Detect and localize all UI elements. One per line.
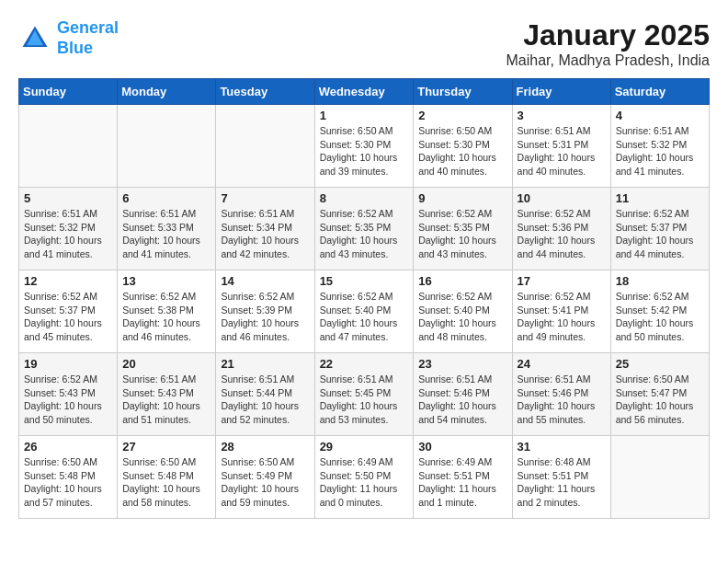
day-number: 26 xyxy=(24,440,112,454)
calendar-cell: 1Sunrise: 6:50 AM Sunset: 5:30 PM Daylig… xyxy=(314,105,414,188)
cell-daylight-text: Sunrise: 6:52 AM Sunset: 5:43 PM Dayligh… xyxy=(24,373,112,427)
cell-daylight-text: Sunrise: 6:52 AM Sunset: 5:38 PM Dayligh… xyxy=(122,290,210,344)
logo-icon xyxy=(18,22,51,55)
calendar-cell: 5Sunrise: 6:51 AM Sunset: 5:32 PM Daylig… xyxy=(19,188,118,270)
cell-daylight-text: Sunrise: 6:52 AM Sunset: 5:42 PM Dayligh… xyxy=(616,290,704,344)
calendar-cell: 8Sunrise: 6:52 AM Sunset: 5:35 PM Daylig… xyxy=(314,188,414,270)
day-number: 30 xyxy=(418,440,506,454)
weekday-header-sunday: Sunday xyxy=(19,79,118,105)
calendar-week-row: 19Sunrise: 6:52 AM Sunset: 5:43 PM Dayli… xyxy=(19,353,710,436)
day-number: 17 xyxy=(518,274,606,288)
calendar-cell: 16Sunrise: 6:52 AM Sunset: 5:40 PM Dayli… xyxy=(414,270,512,353)
day-number: 6 xyxy=(122,191,210,205)
cell-daylight-text: Sunrise: 6:51 AM Sunset: 5:46 PM Dayligh… xyxy=(418,373,506,427)
cell-daylight-text: Sunrise: 6:50 AM Sunset: 5:49 PM Dayligh… xyxy=(221,455,309,510)
day-number: 4 xyxy=(616,109,704,122)
day-number: 15 xyxy=(320,274,409,288)
cell-daylight-text: Sunrise: 6:49 AM Sunset: 5:51 PM Dayligh… xyxy=(418,455,506,510)
calendar-cell: 15Sunrise: 6:52 AM Sunset: 5:40 PM Dayli… xyxy=(314,270,414,353)
month-title: January 2025 xyxy=(506,18,710,52)
logo-line2: Blue xyxy=(57,39,93,57)
calendar-cell xyxy=(19,105,118,188)
weekday-header-row: SundayMondayTuesdayWednesdayThursdayFrid… xyxy=(19,79,710,105)
day-number: 13 xyxy=(122,274,210,288)
weekday-header-saturday: Saturday xyxy=(610,79,709,105)
cell-daylight-text: Sunrise: 6:52 AM Sunset: 5:36 PM Dayligh… xyxy=(518,207,606,261)
day-number: 28 xyxy=(221,440,309,454)
calendar-week-row: 26Sunrise: 6:50 AM Sunset: 5:48 PM Dayli… xyxy=(19,436,710,519)
cell-daylight-text: Sunrise: 6:50 AM Sunset: 5:48 PM Dayligh… xyxy=(122,455,210,510)
day-number: 16 xyxy=(418,274,506,288)
day-number: 14 xyxy=(221,274,309,288)
day-number: 24 xyxy=(518,357,606,371)
calendar-cell: 2Sunrise: 6:50 AM Sunset: 5:30 PM Daylig… xyxy=(414,105,512,188)
calendar-cell: 21Sunrise: 6:51 AM Sunset: 5:44 PM Dayli… xyxy=(216,353,314,436)
calendar-cell: 3Sunrise: 6:51 AM Sunset: 5:31 PM Daylig… xyxy=(512,105,610,188)
day-number: 22 xyxy=(320,357,409,371)
day-number: 29 xyxy=(320,440,409,454)
cell-daylight-text: Sunrise: 6:51 AM Sunset: 5:44 PM Dayligh… xyxy=(221,373,309,427)
cell-daylight-text: Sunrise: 6:52 AM Sunset: 5:40 PM Dayligh… xyxy=(418,290,506,344)
day-number: 19 xyxy=(24,357,112,371)
cell-daylight-text: Sunrise: 6:52 AM Sunset: 5:35 PM Dayligh… xyxy=(320,207,409,261)
day-number: 21 xyxy=(221,357,309,371)
calendar-cell: 14Sunrise: 6:52 AM Sunset: 5:39 PM Dayli… xyxy=(216,270,314,353)
cell-daylight-text: Sunrise: 6:51 AM Sunset: 5:32 PM Dayligh… xyxy=(24,207,112,261)
calendar-cell: 30Sunrise: 6:49 AM Sunset: 5:51 PM Dayli… xyxy=(414,436,512,519)
calendar-cell: 6Sunrise: 6:51 AM Sunset: 5:33 PM Daylig… xyxy=(118,188,216,270)
day-number: 2 xyxy=(418,109,506,122)
logo: General Blue xyxy=(18,18,119,58)
day-number: 8 xyxy=(320,191,409,205)
cell-daylight-text: Sunrise: 6:52 AM Sunset: 5:39 PM Dayligh… xyxy=(221,290,309,344)
calendar-cell: 28Sunrise: 6:50 AM Sunset: 5:49 PM Dayli… xyxy=(216,436,314,519)
cell-daylight-text: Sunrise: 6:52 AM Sunset: 5:37 PM Dayligh… xyxy=(24,290,112,344)
cell-daylight-text: Sunrise: 6:52 AM Sunset: 5:37 PM Dayligh… xyxy=(616,207,704,261)
day-number: 7 xyxy=(221,191,309,205)
day-number: 27 xyxy=(122,440,210,454)
calendar-cell: 10Sunrise: 6:52 AM Sunset: 5:36 PM Dayli… xyxy=(512,188,610,270)
calendar-cell: 31Sunrise: 6:48 AM Sunset: 5:51 PM Dayli… xyxy=(512,436,610,519)
day-number: 11 xyxy=(616,191,704,205)
cell-daylight-text: Sunrise: 6:51 AM Sunset: 5:43 PM Dayligh… xyxy=(122,373,210,427)
title-area: January 2025 Maihar, Madhya Pradesh, Ind… xyxy=(506,18,710,69)
day-number: 10 xyxy=(518,191,606,205)
weekday-header-thursday: Thursday xyxy=(414,79,512,105)
day-number: 3 xyxy=(518,109,606,122)
cell-daylight-text: Sunrise: 6:52 AM Sunset: 5:40 PM Dayligh… xyxy=(320,290,409,344)
cell-daylight-text: Sunrise: 6:48 AM Sunset: 5:51 PM Dayligh… xyxy=(518,455,606,510)
cell-daylight-text: Sunrise: 6:51 AM Sunset: 5:45 PM Dayligh… xyxy=(320,373,409,427)
calendar-week-row: 5Sunrise: 6:51 AM Sunset: 5:32 PM Daylig… xyxy=(19,188,710,270)
cell-daylight-text: Sunrise: 6:51 AM Sunset: 5:32 PM Dayligh… xyxy=(616,124,704,178)
cell-daylight-text: Sunrise: 6:51 AM Sunset: 5:34 PM Dayligh… xyxy=(221,207,309,261)
calendar-cell: 11Sunrise: 6:52 AM Sunset: 5:37 PM Dayli… xyxy=(610,188,709,270)
calendar-cell: 29Sunrise: 6:49 AM Sunset: 5:50 PM Dayli… xyxy=(314,436,414,519)
day-number: 18 xyxy=(616,274,704,288)
cell-daylight-text: Sunrise: 6:51 AM Sunset: 5:46 PM Dayligh… xyxy=(518,373,606,427)
cell-daylight-text: Sunrise: 6:50 AM Sunset: 5:30 PM Dayligh… xyxy=(418,124,506,178)
cell-daylight-text: Sunrise: 6:50 AM Sunset: 5:48 PM Dayligh… xyxy=(24,455,112,510)
day-number: 5 xyxy=(24,191,112,205)
cell-daylight-text: Sunrise: 6:51 AM Sunset: 5:33 PM Dayligh… xyxy=(122,207,210,261)
day-number: 20 xyxy=(122,357,210,371)
day-number: 25 xyxy=(616,357,704,371)
weekday-header-tuesday: Tuesday xyxy=(216,79,314,105)
location-title: Maihar, Madhya Pradesh, India xyxy=(506,52,710,69)
calendar-cell: 25Sunrise: 6:50 AM Sunset: 5:47 PM Dayli… xyxy=(610,353,709,436)
calendar-cell: 24Sunrise: 6:51 AM Sunset: 5:46 PM Dayli… xyxy=(512,353,610,436)
calendar-table: SundayMondayTuesdayWednesdayThursdayFrid… xyxy=(18,78,710,519)
cell-daylight-text: Sunrise: 6:49 AM Sunset: 5:50 PM Dayligh… xyxy=(320,455,409,510)
cell-daylight-text: Sunrise: 6:51 AM Sunset: 5:31 PM Dayligh… xyxy=(518,124,606,178)
cell-daylight-text: Sunrise: 6:52 AM Sunset: 5:41 PM Dayligh… xyxy=(518,290,606,344)
weekday-header-monday: Monday xyxy=(118,79,216,105)
calendar-cell: 7Sunrise: 6:51 AM Sunset: 5:34 PM Daylig… xyxy=(216,188,314,270)
calendar-cell xyxy=(118,105,216,188)
calendar-cell: 17Sunrise: 6:52 AM Sunset: 5:41 PM Dayli… xyxy=(512,270,610,353)
calendar-cell: 23Sunrise: 6:51 AM Sunset: 5:46 PM Dayli… xyxy=(414,353,512,436)
calendar-cell: 18Sunrise: 6:52 AM Sunset: 5:42 PM Dayli… xyxy=(610,270,709,353)
cell-daylight-text: Sunrise: 6:52 AM Sunset: 5:35 PM Dayligh… xyxy=(418,207,506,261)
calendar-week-row: 12Sunrise: 6:52 AM Sunset: 5:37 PM Dayli… xyxy=(19,270,710,353)
weekday-header-wednesday: Wednesday xyxy=(314,79,414,105)
day-number: 12 xyxy=(24,274,112,288)
weekday-header-friday: Friday xyxy=(512,79,610,105)
logo-text: General Blue xyxy=(57,18,119,58)
